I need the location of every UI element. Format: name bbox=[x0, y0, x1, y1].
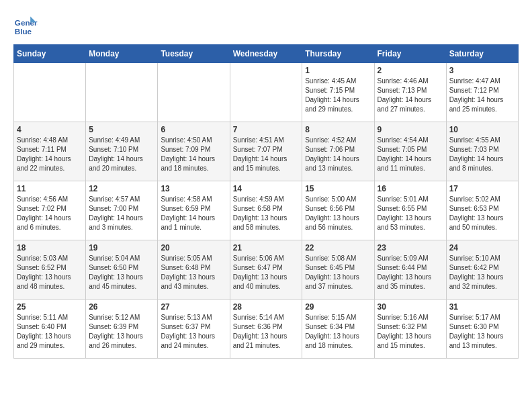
day-info: Sunrise: 4:55 AM Sunset: 7:03 PM Dayligh… bbox=[449, 136, 515, 173]
day-number: 24 bbox=[449, 243, 515, 253]
calendar-cell: 4Sunrise: 4:48 AM Sunset: 7:11 PM Daylig… bbox=[14, 122, 86, 181]
day-info: Sunrise: 4:45 AM Sunset: 7:15 PM Dayligh… bbox=[305, 77, 371, 114]
calendar-cell: 14Sunrise: 4:59 AM Sunset: 6:58 PM Dayli… bbox=[230, 181, 302, 240]
day-info: Sunrise: 5:05 AM Sunset: 6:48 PM Dayligh… bbox=[161, 254, 226, 291]
day-number: 19 bbox=[89, 243, 154, 253]
calendar-cell: 21Sunrise: 5:06 AM Sunset: 6:47 PM Dayli… bbox=[230, 240, 302, 300]
calendar-cell: 29Sunrise: 5:15 AM Sunset: 6:34 PM Dayli… bbox=[302, 300, 374, 359]
day-number: 5 bbox=[89, 125, 154, 134]
day-info: Sunrise: 5:00 AM Sunset: 6:56 PM Dayligh… bbox=[305, 195, 371, 232]
calendar-cell: 15Sunrise: 5:00 AM Sunset: 6:56 PM Dayli… bbox=[302, 181, 374, 240]
calendar-cell: 11Sunrise: 4:56 AM Sunset: 7:02 PM Dayli… bbox=[14, 181, 86, 240]
calendar-week-1: 1Sunrise: 4:45 AM Sunset: 7:15 PM Daylig… bbox=[14, 63, 519, 122]
calendar-cell: 31Sunrise: 5:17 AM Sunset: 6:30 PM Dayli… bbox=[446, 300, 518, 359]
day-info: Sunrise: 5:02 AM Sunset: 6:53 PM Dayligh… bbox=[449, 195, 515, 232]
day-number: 8 bbox=[305, 125, 371, 134]
day-info: Sunrise: 5:15 AM Sunset: 6:34 PM Dayligh… bbox=[305, 313, 371, 351]
day-number: 20 bbox=[161, 243, 226, 253]
day-info: Sunrise: 5:09 AM Sunset: 6:44 PM Dayligh… bbox=[378, 254, 443, 291]
header-friday: Friday bbox=[374, 45, 446, 63]
day-info: Sunrise: 5:06 AM Sunset: 6:47 PM Dayligh… bbox=[233, 254, 300, 291]
day-number: 29 bbox=[305, 302, 371, 312]
calendar-week-3: 11Sunrise: 4:56 AM Sunset: 7:02 PM Dayli… bbox=[14, 181, 519, 240]
day-number: 13 bbox=[161, 184, 226, 193]
day-number: 1 bbox=[305, 66, 371, 75]
day-number: 10 bbox=[449, 125, 515, 134]
calendar-cell: 16Sunrise: 5:01 AM Sunset: 6:55 PM Dayli… bbox=[374, 181, 446, 240]
calendar-cell: 27Sunrise: 5:13 AM Sunset: 6:37 PM Dayli… bbox=[158, 300, 230, 359]
calendar-cell bbox=[86, 63, 158, 122]
calendar-cell: 20Sunrise: 5:05 AM Sunset: 6:48 PM Dayli… bbox=[158, 240, 230, 300]
day-number: 30 bbox=[378, 302, 443, 312]
day-info: Sunrise: 5:11 AM Sunset: 6:40 PM Dayligh… bbox=[17, 313, 83, 351]
calendar-cell: 7Sunrise: 4:51 AM Sunset: 7:07 PM Daylig… bbox=[230, 122, 302, 181]
calendar-cell: 17Sunrise: 5:02 AM Sunset: 6:53 PM Dayli… bbox=[446, 181, 518, 240]
day-info: Sunrise: 4:57 AM Sunset: 7:00 PM Dayligh… bbox=[89, 195, 154, 232]
calendar-header-row: SundayMondayTuesdayWednesdayThursdayFrid… bbox=[14, 45, 519, 63]
day-info: Sunrise: 4:49 AM Sunset: 7:10 PM Dayligh… bbox=[89, 136, 154, 173]
day-number: 28 bbox=[233, 302, 300, 312]
day-info: Sunrise: 5:08 AM Sunset: 6:45 PM Dayligh… bbox=[305, 254, 371, 291]
calendar-cell: 8Sunrise: 4:52 AM Sunset: 7:06 PM Daylig… bbox=[302, 122, 374, 181]
day-number: 14 bbox=[233, 184, 300, 193]
calendar-cell: 22Sunrise: 5:08 AM Sunset: 6:45 PM Dayli… bbox=[302, 240, 374, 300]
day-number: 9 bbox=[378, 125, 443, 134]
calendar-cell bbox=[14, 63, 86, 122]
day-info: Sunrise: 4:47 AM Sunset: 7:12 PM Dayligh… bbox=[449, 77, 515, 114]
day-info: Sunrise: 4:46 AM Sunset: 7:13 PM Dayligh… bbox=[378, 77, 443, 114]
calendar-week-2: 4Sunrise: 4:48 AM Sunset: 7:11 PM Daylig… bbox=[14, 122, 519, 181]
day-info: Sunrise: 4:51 AM Sunset: 7:07 PM Dayligh… bbox=[233, 136, 300, 173]
calendar-cell: 3Sunrise: 4:47 AM Sunset: 7:12 PM Daylig… bbox=[446, 63, 518, 122]
header-saturday: Saturday bbox=[446, 45, 518, 63]
calendar-cell: 30Sunrise: 5:16 AM Sunset: 6:32 PM Dayli… bbox=[374, 300, 446, 359]
calendar-cell: 25Sunrise: 5:11 AM Sunset: 6:40 PM Dayli… bbox=[14, 300, 86, 359]
day-info: Sunrise: 5:12 AM Sunset: 6:39 PM Dayligh… bbox=[89, 313, 154, 351]
day-info: Sunrise: 4:54 AM Sunset: 7:05 PM Dayligh… bbox=[378, 136, 443, 173]
day-number: 4 bbox=[17, 125, 83, 134]
calendar-week-5: 25Sunrise: 5:11 AM Sunset: 6:40 PM Dayli… bbox=[14, 300, 519, 359]
day-info: Sunrise: 4:58 AM Sunset: 6:59 PM Dayligh… bbox=[161, 195, 226, 232]
day-info: Sunrise: 5:01 AM Sunset: 6:55 PM Dayligh… bbox=[378, 195, 443, 232]
calendar-cell: 23Sunrise: 5:09 AM Sunset: 6:44 PM Dayli… bbox=[374, 240, 446, 300]
day-number: 3 bbox=[449, 66, 515, 75]
day-info: Sunrise: 5:16 AM Sunset: 6:32 PM Dayligh… bbox=[378, 313, 443, 351]
day-info: Sunrise: 4:59 AM Sunset: 6:58 PM Dayligh… bbox=[233, 195, 300, 232]
day-number: 15 bbox=[305, 184, 371, 193]
calendar-cell bbox=[230, 63, 302, 122]
calendar-cell: 19Sunrise: 5:04 AM Sunset: 6:50 PM Dayli… bbox=[86, 240, 158, 300]
calendar-cell: 12Sunrise: 4:57 AM Sunset: 7:00 PM Dayli… bbox=[86, 181, 158, 240]
day-number: 26 bbox=[89, 302, 154, 312]
day-number: 31 bbox=[449, 302, 515, 312]
calendar-cell: 6Sunrise: 4:50 AM Sunset: 7:09 PM Daylig… bbox=[158, 122, 230, 181]
day-number: 18 bbox=[17, 243, 83, 253]
day-info: Sunrise: 5:13 AM Sunset: 6:37 PM Dayligh… bbox=[161, 313, 226, 351]
day-number: 2 bbox=[378, 66, 443, 75]
calendar-cell: 28Sunrise: 5:14 AM Sunset: 6:36 PM Dayli… bbox=[230, 300, 302, 359]
page-header: General Blue bbox=[13, 13, 519, 38]
calendar-table: SundayMondayTuesdayWednesdayThursdayFrid… bbox=[13, 44, 519, 359]
header-wednesday: Wednesday bbox=[230, 45, 302, 63]
calendar-cell: 13Sunrise: 4:58 AM Sunset: 6:59 PM Dayli… bbox=[158, 181, 230, 240]
day-number: 21 bbox=[233, 243, 300, 253]
day-info: Sunrise: 5:10 AM Sunset: 6:42 PM Dayligh… bbox=[449, 254, 515, 291]
calendar-cell: 24Sunrise: 5:10 AM Sunset: 6:42 PM Dayli… bbox=[446, 240, 518, 300]
header-tuesday: Tuesday bbox=[158, 45, 230, 63]
logo-icon: General Blue bbox=[13, 13, 38, 38]
day-info: Sunrise: 4:50 AM Sunset: 7:09 PM Dayligh… bbox=[161, 136, 226, 173]
day-info: Sunrise: 4:48 AM Sunset: 7:11 PM Dayligh… bbox=[17, 136, 83, 173]
day-number: 23 bbox=[378, 243, 443, 253]
day-number: 11 bbox=[17, 184, 83, 193]
header-monday: Monday bbox=[86, 45, 158, 63]
calendar-week-4: 18Sunrise: 5:03 AM Sunset: 6:52 PM Dayli… bbox=[14, 240, 519, 300]
logo: General Blue bbox=[13, 13, 40, 38]
day-number: 22 bbox=[305, 243, 371, 253]
day-info: Sunrise: 5:04 AM Sunset: 6:50 PM Dayligh… bbox=[89, 254, 154, 291]
day-info: Sunrise: 4:52 AM Sunset: 7:06 PM Dayligh… bbox=[305, 136, 371, 173]
svg-text:Blue: Blue bbox=[15, 27, 32, 36]
day-info: Sunrise: 4:56 AM Sunset: 7:02 PM Dayligh… bbox=[17, 195, 83, 232]
header-thursday: Thursday bbox=[302, 45, 374, 63]
calendar-cell: 26Sunrise: 5:12 AM Sunset: 6:39 PM Dayli… bbox=[86, 300, 158, 359]
day-info: Sunrise: 5:17 AM Sunset: 6:30 PM Dayligh… bbox=[449, 313, 515, 351]
calendar-cell: 1Sunrise: 4:45 AM Sunset: 7:15 PM Daylig… bbox=[302, 63, 374, 122]
calendar-cell: 10Sunrise: 4:55 AM Sunset: 7:03 PM Dayli… bbox=[446, 122, 518, 181]
